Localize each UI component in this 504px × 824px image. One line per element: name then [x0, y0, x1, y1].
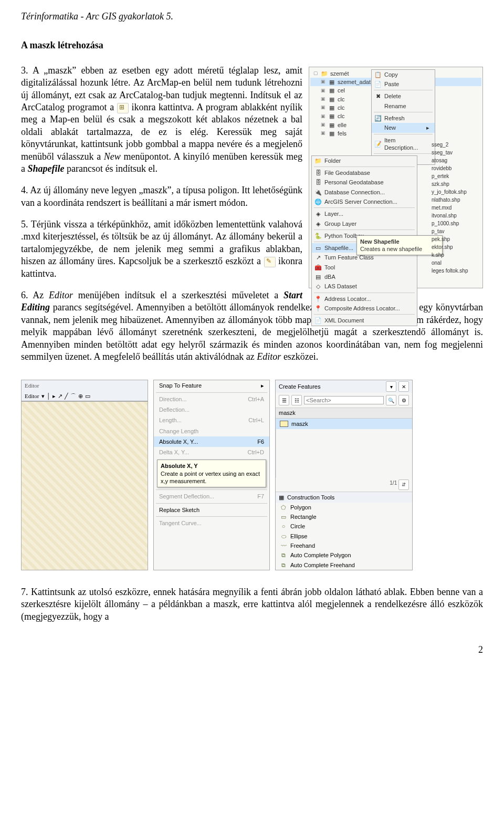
- ct-autocomplete-freehand[interactable]: ⧉Auto Complete Freehand: [276, 560, 412, 570]
- search-input[interactable]: [304, 396, 384, 404]
- cm-direction: Direction...: [159, 395, 187, 403]
- tool-icon[interactable]: ╱: [65, 392, 68, 400]
- template-item-maszk[interactable]: maszk: [276, 419, 412, 429]
- file-list-item: pek.shp: [432, 235, 481, 243]
- new-xmldoc[interactable]: XML Document: [324, 317, 364, 324]
- tool-icon[interactable]: ⊕: [78, 392, 83, 400]
- file-list-item: p_tav: [432, 227, 481, 235]
- editor-toolbar-icon: [264, 257, 276, 267]
- arccatalog-icon: [117, 103, 129, 113]
- file-list-item: ektor.shp: [432, 243, 481, 251]
- cm-replace-sketch[interactable]: Replace Sketch: [159, 506, 200, 514]
- settings-icon[interactable]: ⚙: [398, 395, 409, 405]
- file-list-item: sseg_2: [432, 141, 481, 149]
- map-preview: [21, 401, 148, 570]
- cm-snap[interactable]: Snap To Feature: [159, 382, 202, 389]
- ct-ellipse[interactable]: ⬭Ellipse: [276, 531, 412, 541]
- file-list-partial: sseg_2sseg_tavatosagrovidebbp_ertekszk.s…: [432, 141, 481, 275]
- tree-item: cel: [338, 87, 345, 94]
- cm-deflection: Deflection...: [159, 406, 190, 413]
- cm-tangent-curve: Tangent Curve...: [159, 519, 202, 527]
- menu-new[interactable]: New: [384, 124, 396, 131]
- panel-menu-icon[interactable]: ▾: [386, 381, 396, 392]
- menu-delete[interactable]: Delete: [384, 92, 401, 100]
- menu-rename[interactable]: Rename: [384, 102, 406, 110]
- cm-absolute-xy[interactable]: Absolute X, Y...: [159, 438, 198, 445]
- filter2-icon[interactable]: ☷: [291, 395, 302, 405]
- file-list-item: itvonal.shp: [432, 212, 481, 220]
- arccatalog-screenshot: ▢📁szemét ▣▦szemet_adat ▣▦cel ▣▦clc ▣▦clc…: [309, 67, 483, 288]
- filter-icon[interactable]: ☰: [279, 395, 289, 405]
- search-icon[interactable]: 🔍: [386, 395, 396, 405]
- menu-item-description[interactable]: Item Description...: [384, 137, 429, 152]
- file-list-item: y_jo_foltok.shp: [432, 188, 481, 196]
- tool-icon[interactable]: ▸: [52, 392, 56, 400]
- editor-toolbar-panel: Editor Editor▾ │ ▸ ↗ ╱ ⌒ ⊕ ▭: [21, 380, 148, 570]
- tree-item: clc: [338, 104, 344, 111]
- new-folder[interactable]: Folder: [324, 157, 341, 164]
- new-pgdb[interactable]: Personal Geodatabase: [324, 179, 384, 186]
- tree-item: clc: [338, 112, 344, 120]
- new-fgdb[interactable]: File Geodatabase: [324, 169, 370, 176]
- tree-root: szemét: [330, 70, 349, 77]
- tree-item: elle: [338, 121, 346, 129]
- cm-segment-deflection: Segment Deflection...: [159, 493, 214, 500]
- cm-length: Length...: [159, 416, 182, 424]
- new-dbconn[interactable]: Database Connection...: [324, 189, 385, 196]
- tooltip-new-shapefile: New Shapefile Creates a new shapefile: [356, 235, 443, 256]
- tooltip-absxy-body: Create a point or vertex using an exact …: [161, 470, 262, 485]
- menu-paste[interactable]: Paste: [384, 80, 399, 88]
- new-grouplayer[interactable]: Group Layer: [324, 220, 356, 227]
- new-shapefile[interactable]: Shapefile...: [324, 244, 353, 252]
- tree-item: clc: [338, 96, 344, 103]
- new-dbas[interactable]: dBA: [324, 273, 335, 280]
- editor-toolbar-title: Editor: [22, 380, 148, 391]
- page-number: 2: [21, 644, 483, 656]
- new-compaddr[interactable]: Composite Address Locator...: [324, 305, 400, 312]
- file-list-item: met.mxd: [432, 204, 481, 212]
- context-menu-folder[interactable]: 📋Copy 📄Paste ✖Delete Rename 🔄Refresh New…: [371, 69, 435, 165]
- file-list-item: szk.shp: [432, 180, 481, 188]
- new-lasdataset[interactable]: LAS Dataset: [324, 283, 357, 290]
- symbol-swatch: [280, 421, 288, 427]
- page-header: Térinformatika - Arc GIS gyakorlatok 5.: [21, 11, 483, 23]
- file-list-item: sseg_tav: [432, 149, 481, 157]
- file-list-item: rovidebb: [432, 164, 481, 172]
- file-list-item: leges foltok.shp: [432, 267, 481, 275]
- paragraph-7: 7. Kattintsunk az utolsó eszközre, ennek…: [21, 586, 483, 623]
- ct-circle[interactable]: ○Circle: [276, 521, 412, 531]
- template-group: maszk: [276, 408, 412, 418]
- status-count: 1/1: [390, 479, 397, 490]
- menu-refresh[interactable]: Refresh: [384, 114, 405, 122]
- editor-screenshot-strip: Editor Editor▾ │ ▸ ↗ ╱ ⌒ ⊕ ▭ Snap To Fea…: [21, 380, 483, 570]
- ct-freehand[interactable]: 〰Freehand: [276, 541, 412, 550]
- tool-icon[interactable]: ⌒: [70, 392, 76, 400]
- cm-change-length: Change Length: [159, 427, 198, 435]
- close-icon[interactable]: ✕: [398, 381, 409, 392]
- file-list-item: nlathato.shp: [432, 196, 481, 204]
- tool-icon[interactable]: ↗: [58, 392, 62, 400]
- new-addrlocator[interactable]: Address Locator...: [324, 295, 371, 303]
- tree-item: fels: [338, 130, 346, 137]
- file-list-item: k.shp: [432, 251, 481, 259]
- toggle-icon[interactable]: ⇵: [398, 479, 409, 490]
- file-list-item: p_1000.shp: [432, 220, 481, 227]
- ct-polygon[interactable]: ⬠Polygon: [276, 503, 412, 512]
- new-agsconn[interactable]: ArcGIS Server Connection...: [324, 198, 397, 205]
- file-list-item: p_ertek: [432, 172, 481, 180]
- ct-rectangle[interactable]: ▭Rectangle: [276, 512, 412, 521]
- tool-icon[interactable]: ▭: [85, 392, 90, 400]
- new-tool[interactable]: Tool: [324, 264, 335, 271]
- sketch-context-menu[interactable]: Snap To Feature▸ Direction...Ctrl+A Defl…: [153, 380, 270, 570]
- file-list-item: atosag: [432, 157, 481, 164]
- cm-delta-xy: Delta X, Y...: [159, 448, 189, 456]
- new-layer[interactable]: Layer...: [324, 210, 343, 217]
- ct-autocomplete-polygon[interactable]: ⧉Auto Complete Polygon: [276, 550, 412, 560]
- create-features-panel: Create Features ▾ ✕ ☰ ☷ 🔍 ⚙ maszk maszk …: [275, 380, 413, 570]
- menu-copy[interactable]: Copy: [384, 71, 398, 78]
- create-features-title: Create Features: [279, 383, 320, 390]
- editor-dropdown[interactable]: Editor: [25, 392, 39, 400]
- tooltip-absxy-title: Absolute X, Y: [161, 462, 262, 470]
- tree-item: szemet_adat: [338, 78, 371, 86]
- file-list-item: onal: [432, 259, 481, 267]
